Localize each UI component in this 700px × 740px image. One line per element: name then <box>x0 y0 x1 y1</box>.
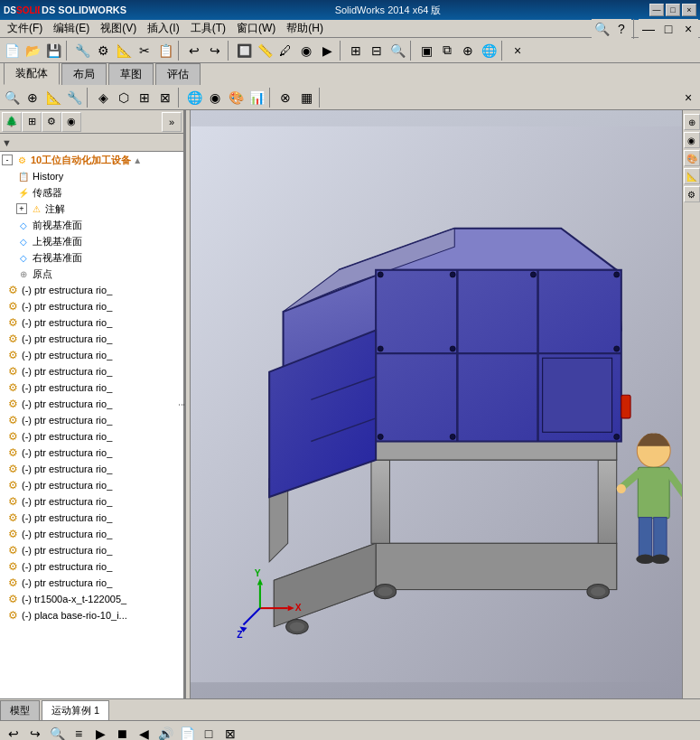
bt-rewind[interactable]: ◀ <box>134 724 154 741</box>
search-button[interactable]: 🔍 <box>592 19 611 39</box>
btab-model[interactable]: 模型 <box>0 700 40 720</box>
tb-btn6[interactable]: ↩ <box>184 41 204 61</box>
part-item-5[interactable]: ⚙(-) ptr estructura rio_ <box>0 363 183 379</box>
tb-btn19[interactable]: 🌐 <box>479 41 499 61</box>
ctx-btn12[interactable]: 📊 <box>247 88 266 108</box>
bt-search[interactable]: 🔍 <box>47 724 67 741</box>
part-item-16[interactable]: ⚙(-) ptr estructura rio_ <box>0 542 183 558</box>
part-item-14[interactable]: ⚙(-) ptr estructura rio_ <box>0 510 183 526</box>
part-item-19[interactable]: ⚙(-) tr1500a-x_t-122005_ <box>0 591 183 607</box>
part-item-20[interactable]: ⚙(-) placa base-rio-10_i... <box>0 607 183 623</box>
panel-icon-dim[interactable]: ◉ <box>61 112 81 132</box>
ctx-btn2[interactable]: ⊕ <box>23 88 42 108</box>
right-icon-3[interactable]: 🎨 <box>684 150 700 166</box>
panel-icon-tree[interactable]: 🌲 <box>2 112 22 132</box>
ctx-btn11[interactable]: 🎨 <box>226 88 246 108</box>
part-item-10[interactable]: ⚙(-) ptr estructura rio_ <box>0 445 183 461</box>
minimize-icon[interactable]: — <box>639 19 658 39</box>
btab-motion[interactable]: 运动算例 1 <box>42 700 109 720</box>
bt-play[interactable]: ▶ <box>90 724 110 741</box>
tb-btn10[interactable]: 🖊 <box>275 41 295 61</box>
right-icon-1[interactable]: ⊕ <box>684 114 700 130</box>
tb-btn16[interactable]: ▣ <box>416 41 436 61</box>
right-icon-2[interactable]: ◉ <box>684 132 700 148</box>
root-expand[interactable]: - <box>2 155 13 165</box>
close-button[interactable]: × <box>682 4 696 16</box>
ctx-btn14[interactable]: ▦ <box>296 88 316 108</box>
panel-icon-config[interactable]: ⚙ <box>42 112 61 132</box>
tb-btn1[interactable]: 🔧 <box>72 41 92 61</box>
sensors-item[interactable]: ⚡ 传感器 <box>0 184 183 201</box>
part-item-0[interactable]: ⚙(-) ptr estructura rio_ <box>0 282 183 298</box>
tb-btn18[interactable]: ⊕ <box>458 41 478 61</box>
tab-assembly[interactable]: 装配体 <box>4 62 60 85</box>
tree-root-item[interactable]: - ⚙ 10工位自动化加工设备 ▲ <box>0 152 183 168</box>
window-controls[interactable]: — □ × <box>649 4 696 16</box>
ctx-btn9[interactable]: 🌐 <box>184 88 204 108</box>
panel-icon-property[interactable]: ⊞ <box>22 112 42 132</box>
close-icon[interactable]: × <box>678 19 698 39</box>
tb-btn2[interactable]: ⚙ <box>93 41 113 61</box>
part-item-4[interactable]: ⚙(-) ptr estructura rio_ <box>0 347 183 363</box>
ctx-btn8[interactable]: ⊠ <box>155 88 175 108</box>
ctx-btn6[interactable]: ⬡ <box>114 88 134 108</box>
ctx-btn1[interactable]: 🔍 <box>2 88 22 108</box>
part-item-6[interactable]: ⚙(-) ptr estructura rio_ <box>0 379 183 396</box>
tb-btn12[interactable]: ▶ <box>317 41 337 61</box>
menu-window[interactable]: 窗口(W) <box>231 19 281 38</box>
save-button[interactable]: 💾 <box>43 41 63 61</box>
annotations-expand[interactable]: + <box>16 203 27 214</box>
menu-file[interactable]: 文件(F) <box>2 19 48 38</box>
open-button[interactable]: 📂 <box>23 41 42 61</box>
tb-btn11[interactable]: ◉ <box>296 41 316 61</box>
tab-evaluate[interactable]: 评估 <box>155 63 201 85</box>
menu-insert[interactable]: 插入(I) <box>142 19 184 38</box>
bt-redo[interactable]: ↪ <box>25 724 45 741</box>
restore-button[interactable]: □ <box>666 4 680 16</box>
panel-expand[interactable]: » <box>162 112 182 132</box>
part-item-1[interactable]: ⚙(-) ptr estructura rio_ <box>0 298 183 314</box>
bt-undo[interactable]: ↩ <box>4 724 23 741</box>
close-pane-button[interactable]: × <box>508 41 527 61</box>
menu-help[interactable]: 帮助(H) <box>281 19 329 38</box>
part-item-8[interactable]: ⚙(-) ptr estructura rio_ <box>0 412 183 428</box>
tb-btn4[interactable]: ✂ <box>135 41 154 61</box>
menu-tools[interactable]: 工具(T) <box>185 19 231 38</box>
tb-btn3[interactable]: 📐 <box>114 41 134 61</box>
feature-tree[interactable]: - ⚙ 10工位自动化加工设备 ▲ 📋 History ⚡ 传感器 + ⚠ 注解 <box>0 152 183 698</box>
part-item-18[interactable]: ⚙(-) ptr estructura rio_ <box>0 575 183 591</box>
ctx-btn7[interactable]: ⊞ <box>135 88 154 108</box>
history-item[interactable]: 📋 History <box>0 168 183 184</box>
3d-viewport[interactable]: X Y Z ⊕ ◉ 🎨 📐 ⚙ <box>191 110 700 698</box>
maximize-icon[interactable]: □ <box>658 19 678 39</box>
bt-file[interactable]: 📄 <box>177 724 197 741</box>
part-item-17[interactable]: ⚙(-) ptr estructura rio_ <box>0 558 183 575</box>
ctx-btn4[interactable]: 🔧 <box>64 88 84 108</box>
top-plane-item[interactable]: ◇ 上视基准面 <box>0 233 183 249</box>
right-plane-item[interactable]: ◇ 右视基准面 <box>0 249 183 266</box>
menu-view[interactable]: 视图(V) <box>95 19 142 38</box>
ctx-btn10[interactable]: ◉ <box>205 88 225 108</box>
annotations-item[interactable]: + ⚠ 注解 <box>0 201 183 217</box>
tb-btn15[interactable]: 🔍 <box>387 41 407 61</box>
tab-layout[interactable]: 布局 <box>61 63 107 85</box>
part-item-15[interactable]: ⚙(-) ptr estructura rio_ <box>0 526 183 542</box>
minimize-button[interactable]: — <box>649 4 664 16</box>
tab-sketch[interactable]: 草图 <box>108 63 154 85</box>
tb-btn5[interactable]: 📋 <box>155 41 175 61</box>
part-item-2[interactable]: ⚙(-) ptr estructura rio_ <box>0 314 183 331</box>
part-item-9[interactable]: ⚙(-) ptr estructura rio_ <box>0 428 183 445</box>
ctx-btn3[interactable]: 📐 <box>43 88 63 108</box>
part-item-11[interactable]: ⚙(-) ptr estructura rio_ <box>0 461 183 477</box>
bt-rect[interactable]: □ <box>199 724 219 741</box>
front-plane-item[interactable]: ◇ 前视基准面 <box>0 217 183 233</box>
tb-btn8[interactable]: 🔲 <box>234 41 254 61</box>
help-icon[interactable]: ? <box>611 19 631 39</box>
bt-grid[interactable]: ⊠ <box>220 724 240 741</box>
menu-edit[interactable]: 编辑(E) <box>48 19 95 38</box>
part-item-13[interactable]: ⚙(-) ptr estructura rio_ <box>0 493 183 510</box>
part-item-7[interactable]: ⚙(-) ptr estructura rio_ <box>0 396 183 412</box>
part-item-12[interactable]: ⚙(-) ptr estructura rio_ <box>0 477 183 493</box>
right-icon-4[interactable]: 📐 <box>684 168 700 184</box>
right-icon-5[interactable]: ⚙ <box>684 186 700 202</box>
